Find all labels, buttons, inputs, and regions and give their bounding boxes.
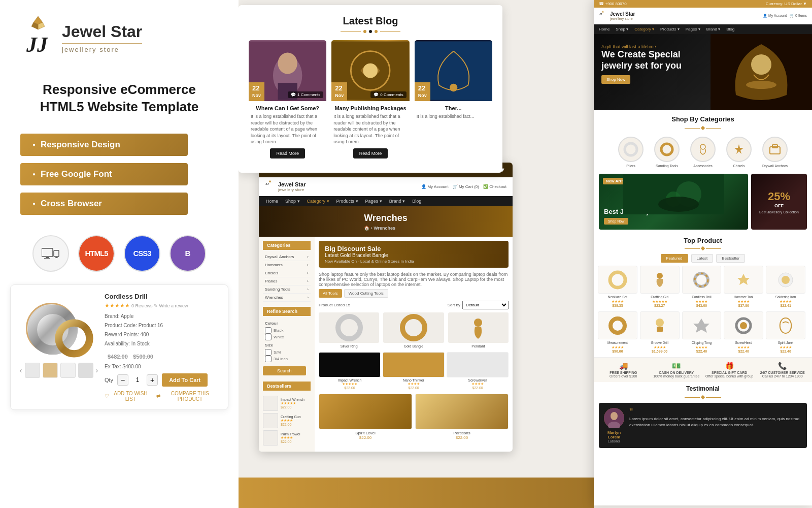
svg-rect-4	[42, 248, 53, 257]
js-nav-blog[interactable]: Blog	[726, 27, 734, 31]
js-shop-now-btn[interactable]: Shop Now	[604, 218, 628, 225]
html5-icon: HTML5	[78, 235, 115, 272]
shop-cat-5[interactable]: Sanding Tools ›	[263, 285, 311, 294]
js-cat-1[interactable]: Pliers	[615, 137, 648, 168]
logo-text-area: Jewel Star jewellery store	[62, 23, 142, 53]
js-product-img-3	[682, 266, 722, 294]
shop-cat-3[interactable]: Chisels ›	[263, 269, 311, 277]
shop-product-r2-3: Screwdriver ★★★★ $22.00	[447, 352, 509, 390]
svg-point-49	[656, 319, 664, 327]
blog-card-text-2: It is a long established fact that a rea…	[333, 113, 407, 145]
nav-brand[interactable]: Brand ▾	[389, 199, 405, 204]
wishlist-button[interactable]: ♡ ADD TO WISH LIST	[105, 391, 150, 402]
qty-minus[interactable]: −	[117, 374, 128, 386]
shop-hero: Wrenches 🏠 › Wrenches	[259, 206, 513, 237]
thumb-4[interactable]	[78, 363, 93, 378]
qty-plus[interactable]: +	[147, 374, 158, 386]
js-product-grid: Necklace Set ★★★★ $38.35 Crafting Girl ★…	[594, 266, 812, 311]
js-cat-5[interactable]: Drywall Anchors	[759, 137, 792, 168]
js-nav-home[interactable]: Home	[599, 27, 610, 31]
js-hero-btn[interactable]: Shop Now	[601, 75, 630, 84]
blog-card-body-3: Ther... It is a long established fact...	[415, 101, 492, 124]
svg-point-42	[610, 272, 625, 288]
blog-card-1: 22 Nov 💬 1 Comments Where Can I Get Some…	[249, 40, 326, 163]
read-more-2[interactable]: Read More	[353, 148, 388, 158]
js-nav-category[interactable]: Category ▾	[634, 27, 654, 31]
filter-all[interactable]: All Tools	[319, 289, 342, 298]
thumb-1[interactable]	[25, 363, 40, 378]
blog-date-3: 22 Nov	[415, 82, 430, 101]
product-ex-tax: Ex Tax: $400.00	[105, 364, 218, 369]
thumbnail-row: ‹ ›	[20, 363, 98, 378]
quote-icon: "	[629, 408, 802, 416]
compare-icon: ⇄	[156, 393, 160, 399]
svg-point-30	[746, 81, 776, 89]
tab-featured[interactable]: Featured	[661, 254, 688, 263]
logo-area: JJ Jewel Star jewellery store	[20, 15, 142, 61]
divider-line-right	[380, 31, 400, 32]
js-banner-row: New Arrival Best Jewellery Collection Sh…	[594, 171, 812, 233]
js-product-9: ScrewHead ★★★★ $22.40	[724, 311, 763, 353]
js-nav-right: 👤 My Account 🛒 0 Items	[763, 14, 807, 18]
shop-cat-2[interactable]: Hammers ›	[263, 261, 311, 269]
size-small[interactable]: S/M	[265, 349, 309, 356]
js-product-img-1	[598, 266, 637, 294]
js-product-img-5	[766, 266, 805, 294]
shop-cat-6[interactable]: Wrenches ›	[263, 294, 311, 302]
blog-cards: 22 Nov 💬 1 Comments Where Can I Get Some…	[249, 40, 492, 163]
nav-pages[interactable]: Pages ▾	[365, 199, 382, 204]
add-to-cart-button[interactable]: Add To Cart	[162, 373, 208, 387]
js-categories: Pliers Sanding Tools Accessories	[594, 134, 812, 171]
shop-product-mini-1: Silver Ring	[319, 312, 379, 348]
js-nav-products[interactable]: Products ▾	[660, 27, 680, 31]
prev-thumb[interactable]: ‹	[20, 366, 22, 374]
shop-large-2: Partitions $22.00	[415, 394, 509, 440]
css3-icon: CSS3	[124, 235, 160, 272]
js-top-bar: ☎ +900 80070 Currency: US Dollar ▼	[594, 0, 812, 8]
js-cat-circle-2	[654, 137, 680, 162]
shop-cat-1[interactable]: Drywall Anchors ›	[263, 253, 311, 261]
tab-latest[interactable]: Latest	[691, 254, 714, 263]
svg-point-52	[740, 322, 747, 329]
divider-line-left	[341, 31, 361, 32]
shop-description: Shop laptop feature only the best laptop…	[319, 272, 509, 287]
tab-bestseller[interactable]: Bestseller	[716, 254, 745, 263]
js-nav-shop[interactable]: Shop ▾	[616, 27, 628, 31]
search-btn[interactable]: Search	[263, 366, 306, 375]
shop-product-mini-3: Pendant	[448, 312, 509, 348]
read-more-1[interactable]: Read More	[270, 148, 305, 158]
js-avatar	[604, 408, 624, 428]
color-black[interactable]: Black	[265, 327, 309, 334]
bestseller-img-2	[263, 413, 278, 428]
color-white[interactable]: White	[265, 334, 309, 340]
nav-products[interactable]: Products ▾	[336, 199, 358, 204]
product-image-area: ‹ ›	[21, 293, 97, 402]
js-cat-2[interactable]: Sanding Tools	[651, 137, 684, 168]
brand-name: Jewel Star	[62, 23, 142, 41]
blog-card-text-1: It is a long established fact that a rea…	[251, 113, 324, 145]
nav-home[interactable]: Home	[266, 199, 278, 204]
js-footer-2: 💵 CASH ON DELIVERY 100% money back guara…	[652, 362, 701, 378]
size-large[interactable]: 3/4 inch	[265, 356, 309, 362]
js-cat-3[interactable]: Accessories	[687, 137, 720, 168]
blog-divider	[249, 30, 492, 33]
js-cat-4[interactable]: Chisels	[723, 137, 756, 168]
filter-wood[interactable]: Wood Cutting Tools	[344, 289, 388, 298]
js-nav-brand[interactable]: Brand ▾	[706, 27, 721, 31]
shipping-icon: 🚚	[599, 362, 648, 370]
nav-blog[interactable]: Blog	[412, 199, 421, 204]
js-nav-pages[interactable]: Pages ▾	[686, 27, 700, 31]
nav-shop[interactable]: Shop ▾	[285, 199, 300, 204]
sort-select[interactable]: Default Price: Low to High Price: High t…	[462, 301, 509, 309]
svg-point-54	[611, 412, 618, 420]
thumb-2[interactable]	[43, 363, 58, 378]
compare-button[interactable]: ⇄ COMPARE THIS PRODUCT	[156, 391, 218, 402]
shop-cat-4[interactable]: Planes ›	[263, 277, 311, 285]
nav-category[interactable]: Category ▾	[307, 199, 329, 204]
js-hero-image	[710, 34, 812, 110]
next-thumb[interactable]: ›	[96, 366, 98, 374]
thumb-3[interactable]	[60, 363, 76, 378]
shop-product-r2-img-3	[447, 352, 509, 377]
shop-content: Categories Drywall Anchors › Hammers › C…	[259, 237, 513, 452]
refine-title: Refine Search	[263, 307, 311, 316]
